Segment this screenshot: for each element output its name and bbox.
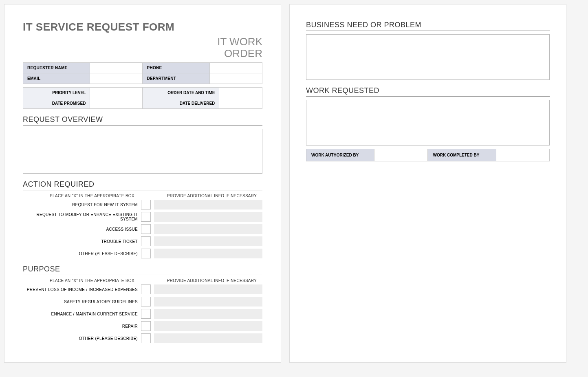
purpose-row: OTHER (PLEASE DESCRIBE) [23,333,262,343]
action-info-input[interactable] [154,249,262,258]
department-input[interactable] [209,73,262,84]
purpose-row: REPAIR [23,321,262,331]
purpose-checkbox[interactable] [141,321,151,331]
action-row: TROUBLE TICKET [23,236,262,246]
phone-label: PHONE [143,63,209,73]
authorization-table: WORK AUTHORIZED BY WORK COMPLETED BY [306,149,550,161]
page-2: BUSINESS NEED OR PROBLEM WORK REQUESTED … [289,4,566,363]
action-info-input[interactable] [154,236,262,246]
purpose-label: ENHANCE / MAINTAIN CURRENT SERVICE [23,312,141,316]
order-table: PRIORITY LEVEL ORDER DATE AND TIME DATE … [23,87,262,109]
request-overview-heading: REQUEST OVERVIEW [23,115,262,126]
business-need-textarea[interactable] [306,34,550,80]
date-delivered-input[interactable] [219,98,262,109]
purpose-info-input[interactable] [154,321,262,331]
phone-input[interactable] [209,63,262,73]
action-info-input[interactable] [154,224,262,234]
form-title: IT SERVICE REQUEST FORM [23,21,262,33]
requester-name-label: REQUESTER NAME [23,63,90,73]
purpose-info-input[interactable] [154,333,262,343]
purpose-checkbox[interactable] [141,297,151,306]
action-row: REQUEST TO MODIFY OR ENHANCE EXISTING IT… [23,212,262,222]
work-requested-textarea[interactable] [306,100,550,146]
purpose-heading: PURPOSE [23,265,262,275]
purpose-instructions: PLACE AN "X" IN THE APPROPRIATE BOX PROV… [23,278,262,283]
purpose-row: ENHANCE / MAINTAIN CURRENT SERVICE [23,309,262,319]
instr-additional-info: PROVIDE ADDITIONAL INFO IF NECESSARY [161,194,262,198]
priority-label: PRIORITY LEVEL [23,88,90,98]
purpose-label: SAFETY REGULATORY GUIDELINES [23,300,141,304]
purpose-label: REPAIR [23,324,141,328]
action-label: TROUBLE TICKET [23,239,141,244]
date-promised-input[interactable] [90,98,143,109]
form-subtitle: IT WORK ORDER [23,36,262,59]
date-promised-label: DATE PROMISED [23,98,90,109]
action-checkbox[interactable] [141,200,151,209]
order-date-input[interactable] [219,88,262,98]
purpose-checkbox[interactable] [141,309,151,319]
request-overview-textarea[interactable] [23,129,262,174]
action-label: REQUEST FOR NEW IT SYSTEM [23,203,141,207]
priority-input[interactable] [90,88,143,98]
instr-place-x: PLACE AN "X" IN THE APPROPRIATE BOX [23,194,161,198]
action-checkbox[interactable] [141,236,151,246]
department-label: DEPARTMENT [143,73,209,84]
purpose-row: SAFETY REGULATORY GUIDELINES [23,297,262,306]
order-date-label: ORDER DATE AND TIME [143,88,219,98]
authorized-by-label: WORK AUTHORIZED BY [306,149,374,161]
page-1: IT SERVICE REQUEST FORM IT WORK ORDER RE… [4,4,281,363]
subtitle-line1: IT WORK [217,35,262,48]
action-label: REQUEST TO MODIFY OR ENHANCE EXISTING IT… [23,212,141,221]
business-need-heading: BUSINESS NEED OR PROBLEM [306,21,550,31]
action-row: ACCESS ISSUE [23,224,262,234]
action-checkbox[interactable] [141,212,151,222]
purpose-info-input[interactable] [154,284,262,294]
date-delivered-label: DATE DELIVERED [143,98,219,109]
action-required-heading: ACTION REQUIRED [23,180,262,190]
completed-by-input[interactable] [496,149,549,161]
email-label: EMAIL [23,73,90,84]
action-info-input[interactable] [154,212,262,222]
action-checkbox[interactable] [141,224,151,234]
completed-by-label: WORK COMPLETED BY [428,149,496,161]
action-label: OTHER (PLEASE DESCRIBE) [23,251,141,256]
work-requested-heading: WORK REQUESTED [306,86,550,97]
action-row: OTHER (PLEASE DESCRIBE) [23,249,262,258]
action-info-input[interactable] [154,200,262,209]
action-instructions: PLACE AN "X" IN THE APPROPRIATE BOX PROV… [23,194,262,198]
purpose-row: PREVENT LOSS OF INCOME / INCREASED EXPEN… [23,284,262,294]
requester-name-input[interactable] [90,63,143,73]
action-label: ACCESS ISSUE [23,227,141,231]
email-input[interactable] [90,73,143,84]
purpose-checkbox[interactable] [141,284,151,294]
authorized-by-input[interactable] [374,149,428,161]
subtitle-line2: ORDER [224,47,262,60]
action-row: REQUEST FOR NEW IT SYSTEM [23,200,262,209]
purpose-info-input[interactable] [154,297,262,306]
purpose-label: PREVENT LOSS OF INCOME / INCREASED EXPEN… [23,287,141,292]
purpose-info-input[interactable] [154,309,262,319]
requester-table: REQUESTER NAME PHONE EMAIL DEPARTMENT [23,62,262,84]
action-checkbox[interactable] [141,249,151,258]
instr-place-x: PLACE AN "X" IN THE APPROPRIATE BOX [23,278,161,283]
purpose-checkbox[interactable] [141,333,151,343]
purpose-label: OTHER (PLEASE DESCRIBE) [23,336,141,341]
instr-additional-info: PROVIDE ADDITIONAL INFO IF NECESSARY [161,278,262,283]
